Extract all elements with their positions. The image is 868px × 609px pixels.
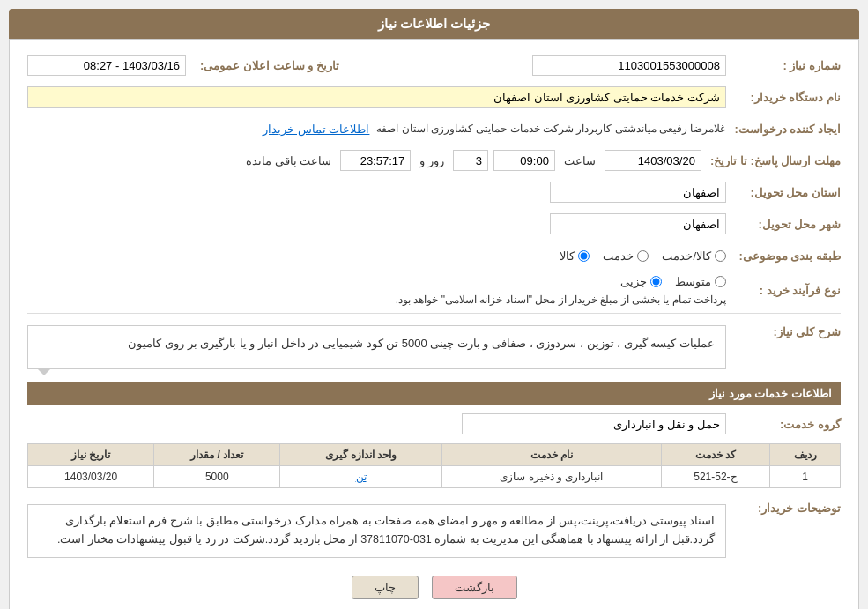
- process-medium-radio[interactable]: [715, 276, 726, 287]
- deadline-remain-label: ساعت باقی مانده: [242, 154, 335, 167]
- category-label: طبقه بندی موضوعی:: [726, 249, 841, 263]
- process-partial[interactable]: جزیی: [620, 275, 662, 288]
- services-table: ردیف کد خدمت نام خدمت واحد اندازه گیری ت…: [27, 443, 841, 488]
- service-group-input[interactable]: [462, 413, 726, 434]
- requester-label: ایجاد کننده درخواست:: [725, 123, 841, 136]
- buyer-notes-label: توضیحات خریدار:: [726, 497, 841, 515]
- province-label: استان محل تحویل:: [726, 186, 841, 199]
- cell-unit-1[interactable]: تن: [280, 466, 441, 488]
- col-unit: واحد اندازه گیری: [280, 444, 441, 466]
- city-label: شهر محل تحویل:: [726, 218, 841, 231]
- category-service[interactable]: خدمت: [603, 249, 649, 263]
- category-goods-service-radio[interactable]: [715, 250, 726, 262]
- category-service-radio[interactable]: [637, 250, 649, 262]
- cell-row-1: 1: [770, 466, 841, 488]
- services-table-container: ردیف کد خدمت نام خدمت واحد اندازه گیری ت…: [27, 443, 841, 488]
- category-goods-service-label: کالا/خدمت: [662, 249, 711, 263]
- process-label: نوع فرآیند خرید :: [726, 284, 841, 297]
- page-header: جزئیات اطلاعات نیاز: [9, 9, 859, 39]
- col-date: تاریخ نیاز: [28, 444, 154, 466]
- category-goods[interactable]: کالا: [560, 249, 590, 263]
- service-group-label: گروه خدمت:: [726, 418, 841, 431]
- deadline-time-label: ساعت: [560, 154, 599, 167]
- contact-link[interactable]: اطلاعات تماس خریدار: [263, 123, 369, 136]
- buyer-notes-box: اسناد پیوستی دریافت،پرینت،پس از مطالعه و…: [27, 504, 726, 558]
- deadline-time-input[interactable]: [493, 150, 555, 171]
- page-title: جزئیات اطلاعات نیاز: [378, 16, 490, 31]
- cell-qty-1: 5000: [154, 466, 280, 488]
- deadline-day-label: روز و: [416, 154, 448, 167]
- announcement-input[interactable]: [27, 55, 186, 76]
- province-input[interactable]: [550, 182, 726, 203]
- description-box: عملیات کیسه گیری ، توزین ، سردوزی ، صفاف…: [27, 325, 726, 369]
- deadline-time-left-input[interactable]: [340, 150, 411, 171]
- description-label: شرح کلی نیاز:: [726, 321, 841, 338]
- col-row-number: ردیف: [770, 444, 841, 466]
- need-number-input[interactable]: [532, 55, 726, 76]
- button-row: بازگشت چاپ: [27, 576, 841, 608]
- table-row: 1 ح-52-521 انبارداری و ذخیره سازی تن 500…: [28, 466, 841, 488]
- col-service-name: نام خدمت: [441, 444, 661, 466]
- cell-date-1: 1403/03/20: [28, 466, 154, 488]
- col-quantity: تعداد / مقدار: [154, 444, 280, 466]
- need-number-label: شماره نیاز :: [726, 59, 841, 72]
- buyer-org-input[interactable]: [27, 86, 726, 108]
- deadline-date-input[interactable]: [605, 150, 701, 171]
- back-button[interactable]: بازگشت: [432, 576, 517, 599]
- print-button[interactable]: چاپ: [352, 576, 419, 599]
- announcement-label: تاریخ و ساعت اعلان عمومی:: [191, 59, 339, 72]
- city-input[interactable]: [550, 213, 726, 234]
- process-medium-label: متوسط: [675, 275, 711, 288]
- process-note: پرداخت تمام یا بخشی از مبلغ خریدار از مح…: [396, 292, 726, 306]
- requester-value: غلامرضا رفیعی میاندشتی کاربردار شرکت خدم…: [376, 123, 725, 135]
- service-info-title: اطلاعات خدمات مورد نیاز: [27, 382, 841, 405]
- process-partial-label: جزیی: [620, 275, 647, 288]
- cell-code-1: ح-52-521: [661, 466, 769, 488]
- category-goods-service[interactable]: کالا/خدمت: [662, 249, 726, 263]
- category-service-label: خدمت: [603, 249, 634, 263]
- description-value: عملیات کیسه گیری ، توزین ، سردوزی ، صفاف…: [128, 337, 715, 350]
- col-service-code: کد خدمت: [661, 444, 769, 466]
- process-medium[interactable]: متوسط: [675, 275, 726, 288]
- process-partial-radio[interactable]: [650, 276, 662, 287]
- deadline-label: مهلت ارسال پاسخ: تا تاریخ:: [701, 154, 841, 167]
- buyer-org-label: نام دستگاه خریدار:: [726, 91, 841, 104]
- deadline-days-input[interactable]: [453, 150, 488, 171]
- category-goods-radio[interactable]: [578, 250, 590, 262]
- cell-name-1: انبارداری و ذخیره سازی: [441, 466, 661, 488]
- category-goods-label: کالا: [560, 249, 575, 263]
- buyer-notes-text: اسناد پیوستی دریافت،پرینت،پس از مطالعه و…: [57, 515, 715, 546]
